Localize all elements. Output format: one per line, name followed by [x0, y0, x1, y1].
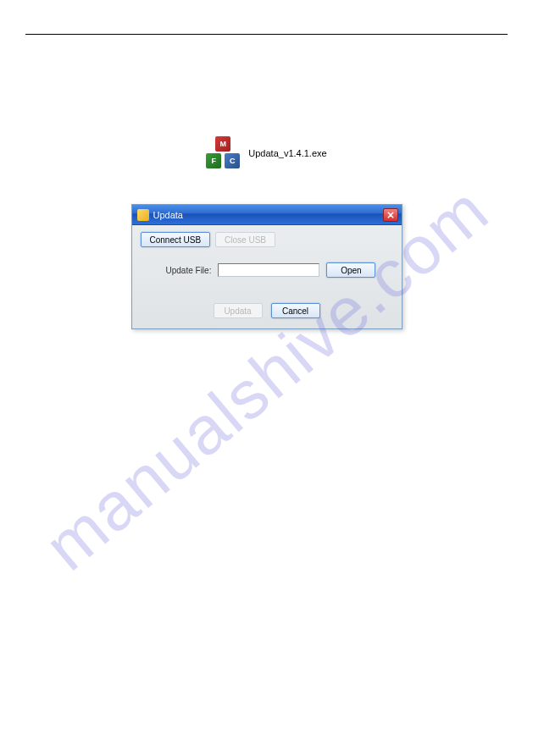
- updata-button: Updata: [214, 303, 263, 318]
- file-path-input[interactable]: [218, 263, 319, 277]
- dialog-titlebar[interactable]: Updata: [132, 205, 402, 225]
- dialog-title: Updata: [153, 210, 183, 220]
- cube-c: C: [225, 153, 240, 168]
- updata-dialog: Updata Connect USB Close USB Update File…: [131, 204, 403, 329]
- cancel-button[interactable]: Cancel: [271, 303, 320, 318]
- dialog-body: Connect USB Close USB Update File: Open …: [132, 225, 402, 328]
- app-icon: [137, 209, 149, 221]
- close-button[interactable]: [383, 208, 398, 222]
- exe-filename-label: Updata_v1.4.1.exe: [248, 148, 326, 158]
- update-file-label: Update File:: [166, 266, 212, 275]
- mfc-app-icon: M F C: [206, 136, 240, 170]
- divider-line: [25, 34, 508, 35]
- open-button[interactable]: Open: [326, 262, 375, 278]
- cube-f: F: [206, 153, 221, 168]
- close-usb-button: Close USB: [215, 232, 275, 247]
- cube-m: M: [215, 136, 230, 152]
- exe-file-display: M F C Updata_v1.4.1.exe: [25, 136, 508, 170]
- close-icon: [387, 212, 394, 218]
- connect-usb-button[interactable]: Connect USB: [141, 232, 211, 247]
